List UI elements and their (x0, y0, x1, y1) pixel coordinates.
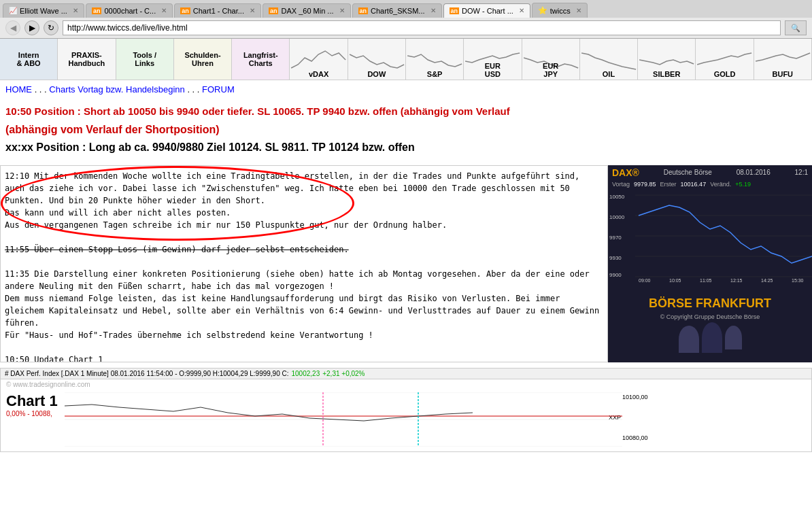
scroll-text-p3: 10:50 Update Chart 1 (5, 354, 603, 362)
tab-label-0000: 0000chart - C... (104, 7, 156, 15)
dax-exchange: Deutsche Börse (664, 169, 712, 176)
position-line3: xx:xx Position : Long ab ca. 9940/9880 Z… (5, 139, 807, 156)
search-button[interactable]: 🔍 (785, 20, 807, 35)
dax-logo: DAX® (612, 167, 639, 178)
tab-0000chart[interactable]: an 0000chart - C... ✕ (86, 3, 173, 18)
nav-item-silber[interactable]: SILBER (638, 39, 696, 80)
scroll-text-box[interactable]: 12:10 Mit der kommenden Woche wollte ich… (0, 165, 608, 362)
tab-close-elliott[interactable]: ✕ (73, 7, 78, 14)
tab-label-dow: DOW - Chart ... (462, 7, 513, 15)
nav-label-bufu: BUFU (754, 70, 811, 78)
tab-close-dax60[interactable]: ✕ (339, 7, 345, 14)
svg-text:12:15: 12:15 (730, 278, 743, 283)
tab-chart6[interactable]: an Chart6_SKSM... ✕ (352, 3, 442, 18)
borse-title: BÖRSE FRANKFURT (649, 296, 771, 311)
nav-label-eurusd: EURUSD (464, 62, 521, 78)
refresh-button[interactable]: ↻ (44, 20, 58, 35)
tab-icon-0000: an (92, 7, 102, 14)
y-label1: 10100,00 (622, 394, 648, 400)
svg-text:15:30: 15:30 (792, 278, 804, 283)
borse-copyright: © Copyright Gruppe Deutsche Börse (649, 313, 771, 320)
nav-item-praxis[interactable]: PRAXIS-Handbuch (58, 39, 116, 80)
forward-button[interactable]: ▶ (24, 20, 39, 35)
breadcrumb-charts[interactable]: Charts Vortag bzw. Handelsbeginn (49, 84, 184, 95)
url-input[interactable] (63, 20, 781, 35)
tab-close-dow[interactable]: ✕ (519, 7, 524, 14)
nav-label-sp: S&P (406, 70, 463, 78)
nav-label-langfrist: Langfrist-Charts (243, 51, 278, 67)
position-line1: 10:50 Position : Short ab 10050 bis 9940… (5, 101, 807, 121)
tab-bar: 📈 Elliott Wave ... ✕ an 0000chart - C...… (0, 0, 812, 18)
chart-title-area: Chart 1 0,00% - 10088, 10100,00 10080,00… (1, 390, 811, 451)
address-bar: ◀ ▶ ↻ 🔍 (0, 18, 812, 38)
nav-label-schulden: Schulden-Uhren (184, 51, 220, 67)
y-label2: 10080,00 (622, 434, 648, 441)
svg-text:14:25: 14:25 (761, 278, 773, 283)
position-line2: (abhängig vom Verlauf der Shortposition) (5, 121, 807, 139)
nav-item-tools[interactable]: Tools /Links (116, 39, 174, 80)
nav-label-gold: GOLD (696, 70, 753, 78)
back-button[interactable]: ◀ (5, 20, 20, 35)
nav-item-sp[interactable]: S&P (406, 39, 464, 80)
breadcrumb-forum[interactable]: FORUM (202, 84, 235, 95)
nav-label-intern: Intern& ABO (17, 51, 41, 67)
main-text: 10:50 Position : Short ab 10050 bis 9940… (0, 99, 812, 160)
nav-item-eurjpy[interactable]: EURJPY (522, 39, 580, 80)
content-area: 12:10 Mit der kommenden Woche wollte ich… (0, 165, 812, 362)
nav-item-intern[interactable]: Intern& ABO (0, 39, 58, 80)
tab-label-elliott: Elliott Wave ... (20, 7, 67, 15)
tab-close-chart1[interactable]: ✕ (250, 7, 255, 14)
nav-label-vdax: vDAX (290, 70, 347, 78)
nav-item-oil[interactable]: OIL (580, 39, 638, 80)
tab-icon-elliott: 📈 (9, 7, 17, 14)
tab-elliott[interactable]: 📈 Elliott Wave ... ✕ (3, 3, 84, 18)
chart-title-col: Chart 1 0,00% - 10088, (6, 392, 58, 417)
tab-icon-dax60: an (269, 7, 279, 14)
oil-mini-chart (580, 48, 637, 71)
dax-verand-val: +5.19 (735, 181, 751, 188)
dax-chart-area: DAX® Deutsche Börse 08.01.2016 12:1 Vort… (608, 165, 812, 288)
nav-item-langfrist[interactable]: Langfrist-Charts (232, 39, 290, 80)
dow-mini-chart (348, 48, 405, 71)
nav-item-bufu[interactable]: BUFU (754, 39, 812, 80)
nav-label-eurjpy: EURJPY (522, 62, 579, 78)
nav-strip: Intern& ABO PRAXIS-Handbuch Tools /Links… (0, 39, 812, 80)
svg-text:11:05: 11:05 (700, 278, 712, 283)
nav-item-dow[interactable]: DOW (348, 39, 406, 80)
dax-erster-label: Erster (660, 181, 677, 188)
breadcrumb: HOME . . . Charts Vortag bzw. Handelsbeg… (0, 80, 812, 99)
chart-header-close: 10002,23 (292, 370, 320, 377)
tab-twiccs[interactable]: ⭐ twiccs ✕ (532, 3, 588, 18)
nav-label-tools: Tools /Links (133, 51, 156, 67)
tab-label-twiccs: twiccs (550, 7, 571, 15)
page-content: Intern& ABO PRAXIS-Handbuch Tools /Links… (0, 39, 812, 452)
nav-item-vdax[interactable]: vDAX (290, 39, 348, 80)
breadcrumb-home[interactable]: HOME (5, 84, 32, 95)
dax-verand-label: Veränd. (710, 181, 731, 188)
borse-frankfurt-area: BÖRSE FRANKFURT © Copyright Gruppe Deuts… (608, 288, 812, 362)
svg-text:09:00: 09:00 (639, 278, 651, 283)
breadcrumb-sep1: . . . (35, 84, 50, 95)
nav-item-schulden[interactable]: Schulden-Uhren (174, 39, 232, 80)
tab-chart1[interactable]: an Chart1 - Char... ✕ (174, 3, 261, 18)
dax-date: 08.01.2016 (737, 169, 771, 176)
tab-close-twiccs[interactable]: ✕ (576, 7, 581, 14)
nav-item-gold[interactable]: GOLD (696, 39, 754, 80)
sp-mini-chart (406, 48, 463, 71)
tab-dax60[interactable]: an DAX _60 Min ... ✕ (263, 3, 351, 18)
tab-close-0000[interactable]: ✕ (161, 7, 167, 14)
tab-close-chart6[interactable]: ✕ (430, 7, 436, 14)
tab-dow[interactable]: an DOW - Chart ... ✕ (443, 3, 530, 18)
tab-icon-dow: an (450, 7, 460, 14)
tab-label-dax60: DAX _60 Min ... (281, 7, 333, 15)
nav-label-silber: SILBER (638, 70, 695, 78)
svg-text:10:05: 10:05 (669, 278, 681, 283)
silber-mini-chart (638, 48, 695, 71)
scroll-text-content: 12:10 Mit der kommenden Woche wollte ich… (5, 170, 603, 231)
chart-header-change: +2,31 +0,02% (322, 370, 365, 377)
bottom-chart: # DAX Perf. Index [.DAX 1 Minute] 08.01.… (0, 368, 812, 452)
svg-text:10000: 10000 (609, 214, 625, 220)
tab-icon-twiccs: ⭐ (538, 6, 547, 15)
dax-price-chart: 10050 10000 9970 9930 9900 09:00 10:05 (608, 188, 812, 284)
nav-item-eurusd[interactable]: EURUSD (464, 39, 522, 80)
